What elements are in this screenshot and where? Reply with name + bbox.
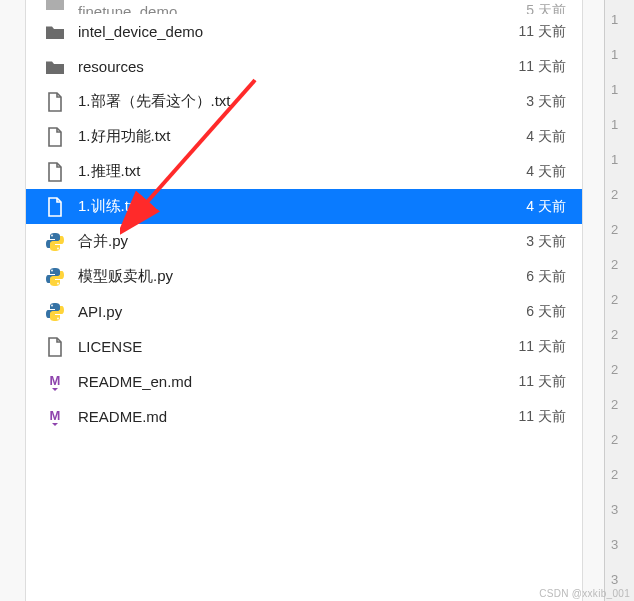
file-name: 1.推理.txt: [78, 162, 526, 181]
file-name: resources: [78, 58, 519, 75]
file-name: 合并.py: [78, 232, 526, 251]
file-icon: [44, 336, 66, 358]
gutter-line: 1: [605, 2, 634, 37]
file-name: LICENSE: [78, 338, 519, 355]
file-name: 1.好用功能.txt: [78, 127, 526, 146]
svg-point-1: [57, 247, 59, 249]
python-icon: [44, 266, 66, 288]
gutter-line: 2: [605, 317, 634, 352]
file-time: 4 天前: [526, 163, 566, 181]
file-row[interactable]: API.py6 天前: [26, 294, 582, 329]
markdown-icon: M: [44, 371, 66, 393]
watermark: CSDN @xxkib_001: [539, 588, 630, 599]
file-time: 11 天前: [519, 58, 566, 76]
file-row[interactable]: 模型贩卖机.py6 天前: [26, 259, 582, 294]
file-list: finetune_demo5 天前intel_device_demo11 天前r…: [26, 0, 582, 434]
svg-point-5: [57, 317, 59, 319]
gutter-line: 2: [605, 177, 634, 212]
folder-icon: [44, 0, 66, 14]
gutter-line: 2: [605, 352, 634, 387]
gutter-line: 3: [605, 492, 634, 527]
svg-text:M: M: [50, 408, 61, 423]
svg-text:M: M: [50, 373, 61, 388]
file-icon: [44, 91, 66, 113]
gutter-line: 2: [605, 457, 634, 492]
gutter-line: 1: [605, 107, 634, 142]
svg-point-2: [51, 269, 53, 271]
file-time: 4 天前: [526, 128, 566, 146]
file-name: 模型贩卖机.py: [78, 267, 526, 286]
file-time: 11 天前: [519, 338, 566, 356]
markdown-icon: M: [44, 406, 66, 428]
svg-point-0: [51, 234, 53, 236]
file-row[interactable]: 1.训练.txt4 天前: [26, 189, 582, 224]
file-icon: [44, 161, 66, 183]
file-row[interactable]: LICENSE11 天前: [26, 329, 582, 364]
file-name: 1.训练.txt: [78, 197, 526, 216]
file-time: 6 天前: [526, 268, 566, 286]
file-row[interactable]: resources11 天前: [26, 49, 582, 84]
gutter-line: 2: [605, 282, 634, 317]
folder-icon: [44, 21, 66, 43]
file-name: API.py: [78, 303, 526, 320]
file-row[interactable]: MREADME.md11 天前: [26, 399, 582, 434]
gutter-line: 1: [605, 37, 634, 72]
gutter-line: 2: [605, 212, 634, 247]
file-name: intel_device_demo: [78, 23, 519, 40]
python-icon: [44, 231, 66, 253]
file-name: README.md: [78, 408, 519, 425]
gutter-line: 2: [605, 247, 634, 282]
gutter-line: 2: [605, 387, 634, 422]
file-time: 11 天前: [519, 23, 566, 41]
file-name: 1.部署（先看这个）.txt: [78, 92, 526, 111]
file-list-panel: finetune_demo5 天前intel_device_demo11 天前r…: [25, 0, 583, 601]
line-gutter: 11111222222222333: [604, 0, 634, 601]
file-icon: [44, 196, 66, 218]
python-icon: [44, 301, 66, 323]
file-row[interactable]: MREADME_en.md11 天前: [26, 364, 582, 399]
svg-point-3: [57, 282, 59, 284]
file-row[interactable]: finetune_demo5 天前: [26, 0, 582, 14]
file-row[interactable]: 1.部署（先看这个）.txt3 天前: [26, 84, 582, 119]
file-time: 3 天前: [526, 93, 566, 111]
file-time: 5 天前: [526, 2, 566, 14]
gutter-line: 3: [605, 527, 634, 562]
folder-icon: [44, 56, 66, 78]
gutter-line: 1: [605, 142, 634, 177]
file-name: finetune_demo: [78, 3, 526, 14]
gutter-line: 1: [605, 72, 634, 107]
file-name: README_en.md: [78, 373, 519, 390]
file-time: 11 天前: [519, 408, 566, 426]
file-row[interactable]: 1.好用功能.txt4 天前: [26, 119, 582, 154]
file-time: 11 天前: [519, 373, 566, 391]
file-time: 3 天前: [526, 233, 566, 251]
file-row[interactable]: 合并.py3 天前: [26, 224, 582, 259]
file-time: 4 天前: [526, 198, 566, 216]
file-icon: [44, 126, 66, 148]
file-row[interactable]: intel_device_demo11 天前: [26, 14, 582, 49]
file-time: 6 天前: [526, 303, 566, 321]
file-row[interactable]: 1.推理.txt4 天前: [26, 154, 582, 189]
gutter-line: 2: [605, 422, 634, 457]
svg-point-4: [51, 304, 53, 306]
